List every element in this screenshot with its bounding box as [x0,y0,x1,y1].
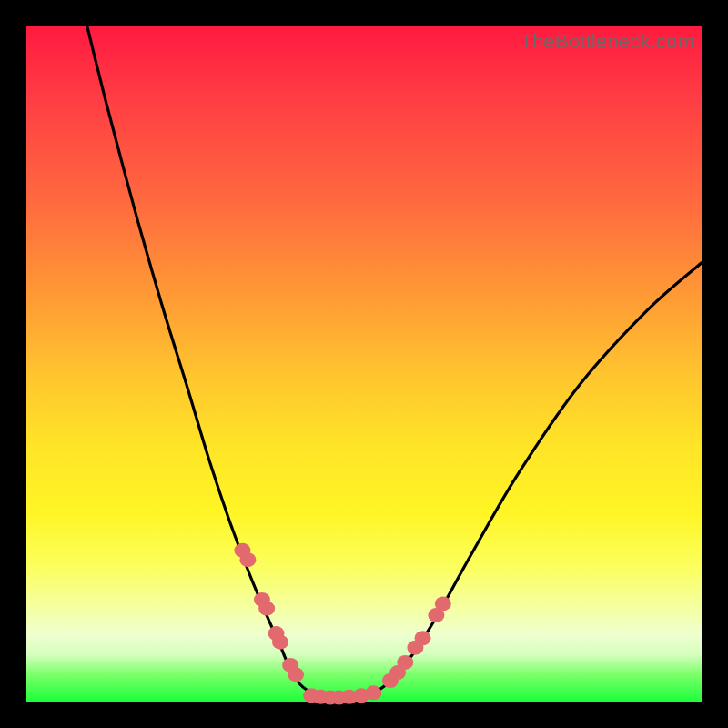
marker-group [234,543,450,705]
chart-svg [26,26,702,702]
marker-point [288,667,304,682]
marker-point [397,655,413,670]
marker-point [258,602,275,616]
chart-stage: TheBottleneck.com [0,0,728,728]
marker-point [365,685,381,700]
marker-point [272,635,288,650]
marker-point [415,631,431,645]
marker-point [435,596,451,611]
bottleneck-curve-path [87,26,702,699]
marker-point [239,552,256,567]
plot-area: TheBottleneck.com [26,26,702,702]
